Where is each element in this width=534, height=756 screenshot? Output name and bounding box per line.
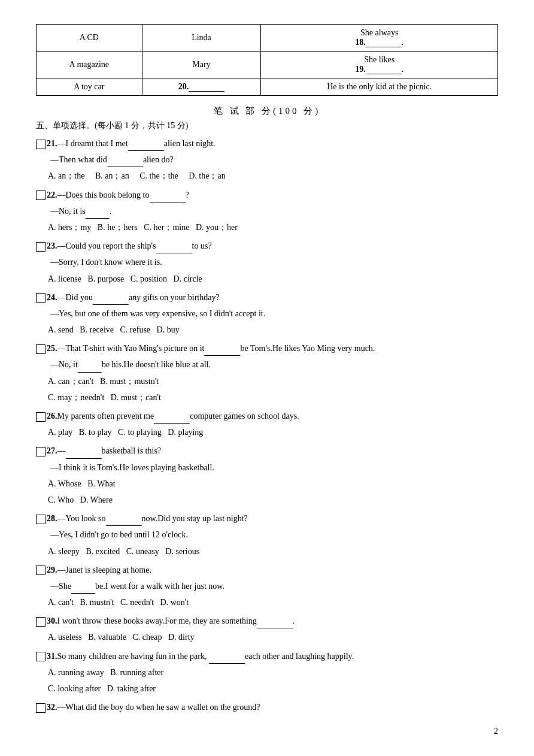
q31-options1: A. running away B. running after [48,665,498,680]
table-cell-col1: A magazine [37,52,142,78]
q21-num: 21. [47,139,57,148]
q29-options: A. can't B. mustn't C. needn't D. won't [48,595,498,610]
q27-num: 27. [47,446,57,455]
blank-24 [93,295,129,305]
q22-line1: 22.—Does this book belong to? [36,188,498,202]
col3-period2: . [402,65,404,74]
q23-line1: 23.—Could you report the ship'sto us? [36,238,498,253]
q21-options: A. an；the B. an；an C. the；the D. the；an [48,168,498,183]
q23-paren [36,242,45,252]
q30-options: A. useless B. valuable C. cheap D. dirty [48,630,498,645]
question-22: 22.—Does this book belong to? —No, it is… [36,188,498,235]
q25-num: 25. [47,344,57,353]
blank-26 [154,414,190,424]
q28-line1: 28.—You look sonow.Did you stay up last … [36,511,498,526]
blank-30 [257,619,293,628]
page-number: 2 [36,727,498,736]
q30-line1: 30.I won't throw these books away.For me… [36,613,498,628]
table-row: A CD Linda She always 18.. [37,25,498,52]
blank-21a [128,141,164,151]
table-row: A toy car 20. He is the only kid at the … [37,78,498,96]
blank-22b [86,209,110,219]
q22-paren [36,190,45,200]
table-cell-col3: She likes 19.. [261,52,498,78]
q32-num: 32. [47,703,57,712]
blank-20 [189,82,224,92]
q24-num: 24. [47,293,57,302]
blank-18 [366,38,402,47]
q31-line1: 31.So many children are having fun in th… [36,649,498,664]
col3-text2: She likes [364,55,395,64]
q24-options: A. send B. receive C. refuse D. buy [48,322,498,337]
question-23: 23.—Could you report the ship'sto us? —S… [36,238,498,286]
q27-line1: 27.—basketball is this? [36,443,498,458]
q31-num: 31. [47,652,57,661]
q24-line1: 24.—Did youany gifts on your birthday? [36,290,498,305]
q22-num: 22. [47,190,57,199]
q31-options2: C. looking after D. taking after [48,681,498,696]
section5-title: 五、单项选择。(每小题 1 分，共计 15 分) [36,120,498,131]
q27-paren [36,447,45,456]
blank-25a [204,346,240,356]
question-32: 32.—What did the boy do when he saw a wa… [36,700,498,715]
blank-22a [150,193,186,202]
q26-num: 26. [47,412,57,421]
question-21: 21.—I dreamt that I metalien last night.… [36,136,498,184]
q25-options2: C. may；needn't D. must；can't [48,390,498,405]
q27-line2: —I think it is Tom's.He loves playing ba… [50,460,498,475]
q23-num: 23. [47,241,57,250]
blank-28 [106,516,142,526]
col3-period1: . [402,38,404,47]
q25-options1: A. can；can't B. must；mustn't [48,374,498,389]
q22-options: A. hers；my B. he；hers C. her；mine D. you… [48,220,498,235]
table-cell-col1: A CD [37,25,142,52]
table-cell-col3: She always 18.. [261,25,498,52]
q26-paren [36,412,45,422]
blank-23 [156,244,192,253]
q28-num: 28. [47,514,57,523]
q23-options: A. license B. purpose C. position D. cir… [48,271,498,286]
q26-line1: 26.My parents often prevent mecomputer g… [36,409,498,424]
blank-21b [107,158,143,167]
q30-paren [36,617,45,627]
question-25: 25.—That T-shirt with Yao Ming's picture… [36,341,498,405]
q26-options: A. play B. to play C. to playing D. play… [48,425,498,440]
q25-line1: 25.—That T-shirt with Yao Ming's picture… [36,341,498,356]
question-30: 30.I won't throw these books away.For me… [36,613,498,645]
q32-line1: 32.—What did the boy do when he saw a wa… [36,700,498,715]
matching-table: A CD Linda She always 18.. A magazine Ma… [36,24,498,96]
question-31: 31.So many children are having fun in th… [36,649,498,697]
q21-line: 21.—I dreamt that I metalien last night. [36,136,498,151]
q27-options1: A. Whose B. What [48,476,498,491]
blank-27 [66,449,102,459]
col3-num1: 18. [355,38,366,47]
blank-25b [78,363,102,373]
q28-options: A. sleepy B. excited C. uneasy D. seriou… [48,544,498,559]
written-section-title: 笔 试 部 分(100 分) [36,105,498,117]
q28-paren [36,515,45,524]
q29-paren [36,566,45,575]
table-cell-col1: A toy car [37,78,142,96]
col3-num2: 19. [355,65,366,74]
question-24: 24.—Did youany gifts on your birthday? —… [36,290,498,338]
table-cell-col2-num: 20. [142,78,261,96]
table-cell-col3-text: He is the only kid at the picnic. [261,78,498,96]
table-section: A CD Linda She always 18.. A magazine Ma… [36,24,498,96]
q25-paren [36,344,45,354]
question-28: 28.—You look sonow.Did you stay up last … [36,511,498,559]
question-27: 27.—basketball is this? —I think it is T… [36,443,498,507]
q22-line2: —No, it is. [50,204,498,219]
q29-line1: 29.—Janet is sleeping at home. [36,563,498,577]
table-cell-col2: Mary [142,52,261,78]
q32-paren [36,703,45,713]
col3-text1: She always [360,28,398,37]
q24-paren [36,293,45,303]
q31-paren [36,652,45,661]
num-20: 20. [178,82,189,91]
q21-paren [36,140,45,149]
q27-options2: C. Who D. Where [48,492,498,507]
blank-31 [209,654,245,664]
q28-line2: —Yes, I didn't go to bed until 12 o'cloc… [50,527,498,542]
table-cell-col2: Linda [142,25,261,52]
q29-num: 29. [47,566,57,574]
